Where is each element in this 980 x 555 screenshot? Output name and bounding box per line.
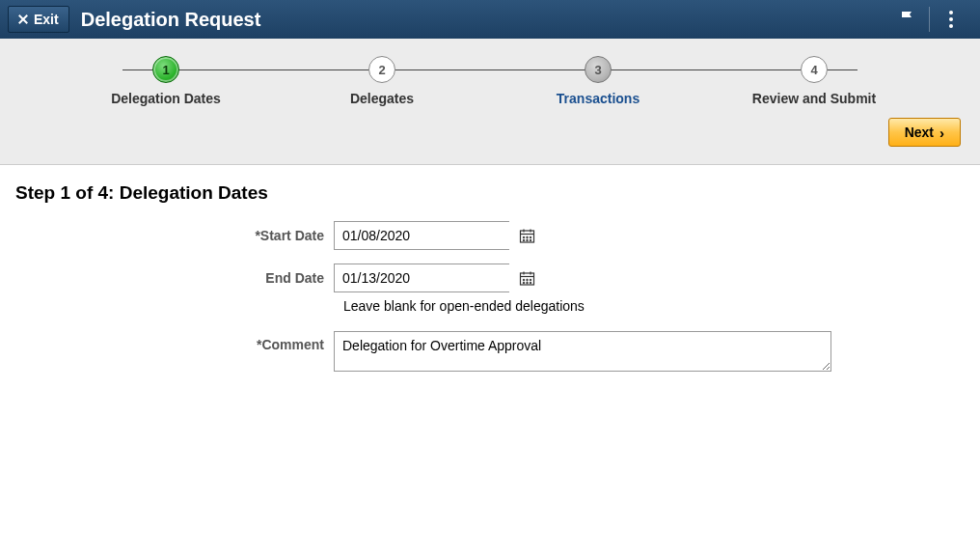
start-date-input[interactable] [335,222,519,249]
end-date-field [334,264,509,292]
form-content: Step 1 of 4: Delegation Dates *Start Dat… [0,165,980,402]
calendar-icon [519,228,535,244]
wizard-steps: 1 Delegation Dates 2 Delegates 3 Transac… [0,56,980,106]
svg-point-7 [523,239,525,241]
svg-point-14 [523,279,525,281]
kebab-icon [949,11,953,28]
svg-point-19 [530,282,531,284]
svg-point-18 [527,282,529,284]
page-title: Delegation Request [81,9,261,31]
step-label: Transactions [557,91,640,106]
notifications-button[interactable] [886,0,929,39]
step-label: Review and Submit [752,91,876,106]
svg-point-5 [527,236,529,238]
comment-input[interactable] [334,331,831,372]
chevron-right-icon: › [939,125,944,141]
row-comment: *Comment [15,331,965,372]
svg-point-17 [523,282,525,284]
step-connector [368,69,612,70]
svg-point-15 [527,279,529,281]
step-heading: Step 1 of 4: Delegation Dates [15,182,965,204]
exit-button[interactable]: Exit [8,6,69,33]
next-label: Next [905,125,934,140]
wizard-nav-row: Next › [0,106,980,156]
end-date-input[interactable] [335,264,519,291]
svg-point-9 [530,239,531,241]
step-label: Delegates [350,91,414,106]
step-circle: 4 [801,56,828,83]
wizard-section: 1 Delegation Dates 2 Delegates 3 Transac… [0,39,980,165]
step-circle: 1 [152,56,179,83]
wizard-step-4[interactable]: 4 Review and Submit [706,56,922,106]
wizard-step-3[interactable]: 3 Transactions [490,56,706,106]
step-circle: 3 [585,56,612,83]
end-date-calendar-button[interactable] [519,264,535,291]
header-bar: Exit Delegation Request [0,0,980,39]
svg-point-8 [527,239,529,241]
svg-point-16 [530,279,531,281]
start-date-field [334,221,509,250]
label-end-date: End Date [15,270,334,286]
svg-point-6 [530,236,531,238]
step-circle: 2 [368,56,395,83]
row-start-date: *Start Date [15,221,965,250]
step-label: Delegation Dates [111,91,221,106]
end-date-hint: Leave blank for open-ended delegations [343,298,965,314]
wizard-step-2[interactable]: 2 Delegates [274,56,490,106]
flag-icon [898,9,917,31]
more-menu-button[interactable] [930,0,972,39]
row-end-date: End Date [15,264,965,292]
close-icon [18,14,28,24]
wizard-step-1[interactable]: 1 Delegation Dates [58,56,274,106]
header-actions [886,0,972,39]
exit-label: Exit [34,12,59,27]
next-button[interactable]: Next › [888,118,961,147]
svg-point-4 [523,236,525,238]
label-start-date: *Start Date [15,228,334,243]
label-comment: *Comment [15,331,334,352]
start-date-calendar-button[interactable] [519,222,535,249]
calendar-icon [519,270,535,287]
